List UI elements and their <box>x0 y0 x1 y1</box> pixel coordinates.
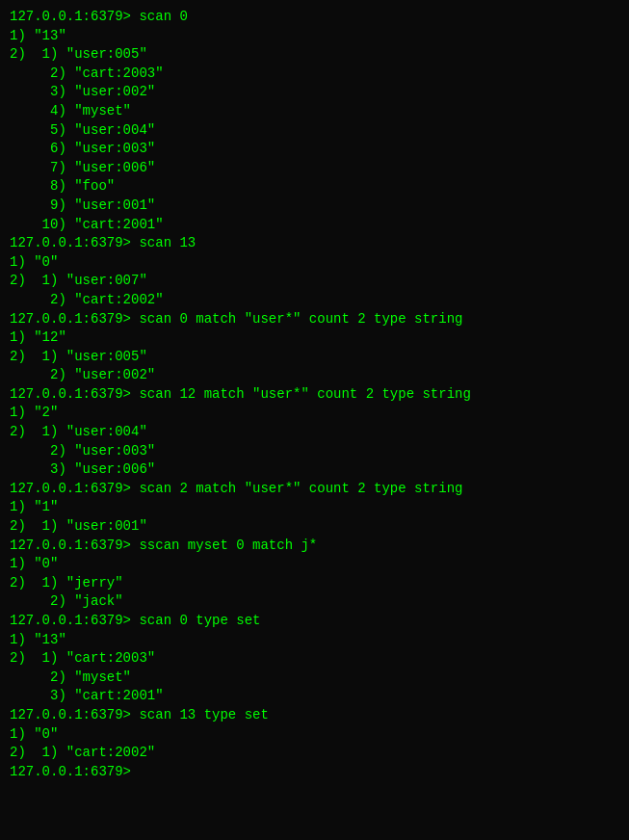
output-line: 1) "0" <box>10 253 619 273</box>
prompt-line: 127.0.0.1:6379> <box>10 763 619 782</box>
output-line: 1) "13" <box>10 27 619 46</box>
output-line: 2) 1) "cart:2003" <box>10 649 619 669</box>
prompt-line: 127.0.0.1:6379> scan 13 type set <box>10 706 619 725</box>
output-line: 1) "13" <box>10 631 619 650</box>
output-line: 7) "user:006" <box>10 159 619 178</box>
output-line: 1) "0" <box>10 725 619 745</box>
output-line: 2) 1) "cart:2002" <box>10 744 619 763</box>
prompt-line: 127.0.0.1:6379> scan 0 <box>10 8 619 27</box>
output-line: 4) "myset" <box>10 102 619 121</box>
output-line: 1) "0" <box>10 555 619 574</box>
output-line: 3) "cart:2001" <box>10 687 619 706</box>
output-line: 1) "2" <box>10 404 619 423</box>
output-line: 2) 1) "user:004" <box>10 423 619 442</box>
output-line: 2) 1) "jerry" <box>10 574 619 593</box>
terminal-window: 127.0.0.1:6379> scan 01) "13"2) 1) "user… <box>10 8 619 781</box>
prompt-line: 127.0.0.1:6379> scan 0 type set <box>10 612 619 631</box>
output-line: 2) "cart:2002" <box>10 291 619 310</box>
prompt-line: 127.0.0.1:6379> scan 12 match "user*" co… <box>10 385 619 405</box>
prompt-line: 127.0.0.1:6379> scan 13 <box>10 234 619 253</box>
output-line: 3) "user:002" <box>10 83 619 102</box>
output-line: 9) "user:001" <box>10 197 619 216</box>
output-line: 2) 1) "user:005" <box>10 348 619 367</box>
output-line: 2) "user:003" <box>10 442 619 461</box>
output-line: 1) "1" <box>10 498 619 517</box>
prompt-line: 127.0.0.1:6379> sscan myset 0 match j* <box>10 537 619 556</box>
output-line: 5) "user:004" <box>10 121 619 141</box>
prompt-line: 127.0.0.1:6379> scan 2 match "user*" cou… <box>10 480 619 499</box>
output-line: 1) "12" <box>10 328 619 348</box>
output-line: 2) 1) "user:005" <box>10 45 619 65</box>
output-line: 2) "cart:2003" <box>10 65 619 84</box>
output-line: 6) "user:003" <box>10 140 619 159</box>
prompt-line: 127.0.0.1:6379> scan 0 match "user*" cou… <box>10 310 619 329</box>
output-line: 2) "jack" <box>10 592 619 612</box>
output-line: 10) "cart:2001" <box>10 216 619 235</box>
output-line: 2) "myset" <box>10 669 619 688</box>
output-line: 2) 1) "user:001" <box>10 517 619 537</box>
output-line: 2) 1) "user:007" <box>10 272 619 291</box>
output-line: 2) "user:002" <box>10 366 619 385</box>
output-line: 8) "foo" <box>10 177 619 197</box>
output-line: 3) "user:006" <box>10 460 619 480</box>
